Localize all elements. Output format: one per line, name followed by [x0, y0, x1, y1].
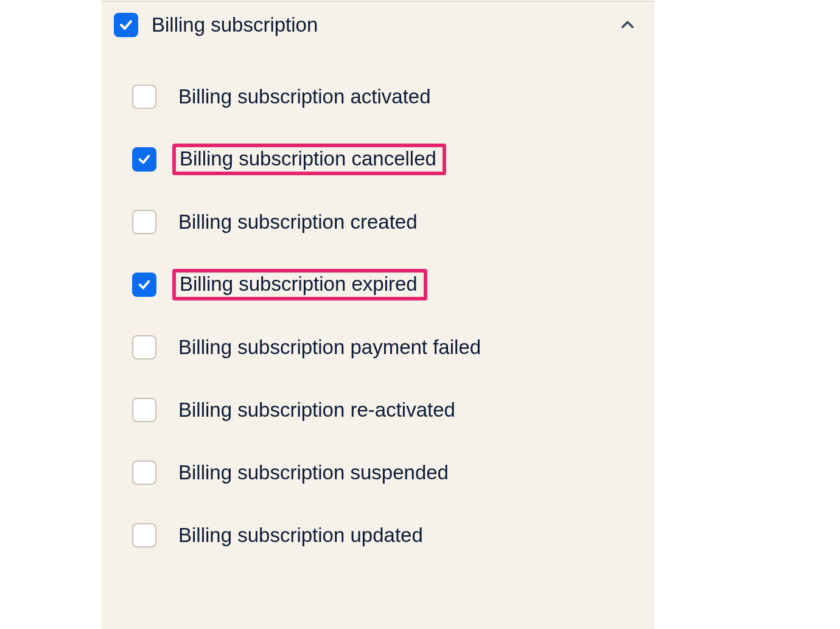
child-checkbox-reactivated[interactable]	[132, 398, 156, 422]
child-label-activated: Billing subscription activated	[172, 83, 437, 111]
child-row-reactivated[interactable]: Billing subscription re-activated	[102, 378, 654, 441]
child-checkbox-payment-failed[interactable]	[132, 335, 156, 360]
parent-checkbox[interactable]	[114, 13, 138, 37]
child-checkbox-updated[interactable]	[132, 523, 156, 547]
child-checkbox-activated[interactable]	[132, 85, 156, 109]
collapse-toggle[interactable]	[618, 15, 637, 35]
child-event-list: Billing subscription activated Billing s…	[102, 65, 654, 566]
parent-category-row[interactable]: Billing subscription	[102, 13, 654, 37]
child-label-reactivated: Billing subscription re-activated	[172, 396, 461, 424]
check-icon	[138, 153, 151, 166]
child-label-cancelled: Billing subscription cancelled	[172, 144, 446, 175]
child-checkbox-created[interactable]	[132, 210, 156, 234]
check-icon	[138, 278, 151, 291]
child-label-expired: Billing subscription expired	[172, 269, 427, 301]
parent-category-label: Billing subscription	[152, 13, 318, 36]
child-label-suspended: Billing subscription suspended	[172, 459, 455, 487]
child-row-payment-failed[interactable]: Billing subscription payment failed	[102, 316, 654, 378]
billing-subscription-panel: Billing subscription Billing subscriptio…	[102, 1, 654, 629]
child-label-payment-failed: Billing subscription payment failed	[172, 333, 487, 361]
child-row-expired[interactable]: Billing subscription expired	[102, 253, 654, 316]
child-checkbox-cancelled[interactable]	[132, 147, 156, 172]
child-row-updated[interactable]: Billing subscription updated	[102, 504, 654, 566]
child-label-created: Billing subscription created	[172, 208, 424, 236]
child-row-suspended[interactable]: Billing subscription suspended	[102, 441, 654, 504]
child-row-cancelled[interactable]: Billing subscription cancelled	[102, 128, 654, 190]
check-icon	[119, 18, 133, 32]
child-row-activated[interactable]: Billing subscription activated	[102, 65, 654, 128]
chevron-up-icon	[619, 16, 636, 33]
child-row-created[interactable]: Billing subscription created	[102, 190, 654, 253]
child-checkbox-expired[interactable]	[132, 273, 156, 297]
child-label-updated: Billing subscription updated	[172, 521, 429, 549]
parent-category-left: Billing subscription	[114, 13, 318, 37]
child-checkbox-suspended[interactable]	[132, 460, 156, 485]
